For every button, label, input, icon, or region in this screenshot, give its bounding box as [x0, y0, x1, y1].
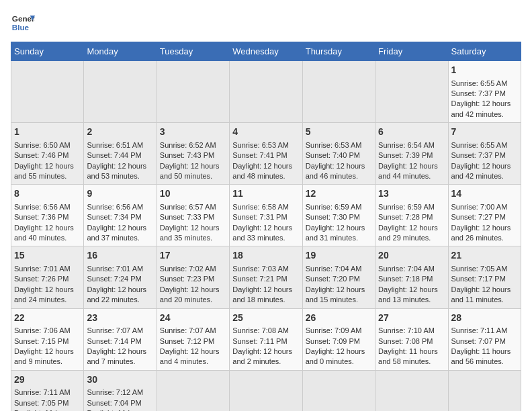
- column-header-saturday: Saturday: [448, 42, 521, 61]
- day-number: 16: [87, 249, 153, 263]
- day-number: 28: [451, 312, 518, 325]
- calendar-cell: 1Sunrise: 6:50 AMSunset: 7:46 PMDaylight…: [11, 123, 84, 185]
- sunset: Sunset: 7:40 PM: [306, 151, 360, 159]
- calendar-cell: 14Sunrise: 7:00 AMSunset: 7:27 PMDayligh…: [448, 185, 521, 246]
- daylight-label: Daylight: 12 hours and 4 minutes.: [160, 347, 220, 365]
- daylight-label: Daylight: 12 hours and 37 minutes.: [87, 224, 146, 242]
- sunset: Sunset: 7:27 PM: [451, 213, 506, 221]
- logo-icon: General Blue: [11, 11, 35, 35]
- calendar-cell: 5Sunrise: 6:53 AMSunset: 7:40 PMDaylight…: [302, 123, 375, 185]
- calendar-week-1: 1Sunrise: 6:50 AMSunset: 7:46 PMDaylight…: [11, 123, 521, 185]
- calendar-cell: 21Sunrise: 7:05 AMSunset: 7:17 PMDayligh…: [448, 246, 521, 308]
- sunrise: Sunrise: 6:57 AM: [160, 203, 216, 211]
- header-row: SundayMondayTuesdayWednesdayThursdayFrid…: [11, 42, 521, 61]
- calendar-cell: [302, 370, 375, 411]
- svg-text:General: General: [12, 14, 35, 23]
- sunset: Sunset: 7:37 PM: [451, 151, 506, 159]
- day-number: 4: [232, 126, 299, 139]
- sunset: Sunset: 7:14 PM: [87, 337, 141, 345]
- daylight-label: Daylight: 12 hours and 15 minutes.: [306, 285, 365, 304]
- calendar-cell: [230, 370, 302, 411]
- daylight-label: Daylight: 12 hours and 26 minutes.: [451, 224, 511, 242]
- calendar-cell: 2Sunrise: 6:51 AMSunset: 7:44 PMDaylight…: [84, 123, 157, 185]
- day-number: 22: [14, 312, 81, 325]
- calendar-cell: 16Sunrise: 7:01 AMSunset: 7:24 PMDayligh…: [84, 246, 157, 308]
- calendar-table: SundayMondayTuesdayWednesdayThursdayFrid…: [11, 42, 521, 411]
- column-header-friday: Friday: [375, 42, 448, 61]
- sunrise: Sunrise: 6:51 AM: [87, 141, 143, 149]
- svg-text:Blue: Blue: [12, 23, 30, 32]
- sunrise: Sunrise: 6:54 AM: [378, 141, 435, 149]
- daylight-label: Daylight: 12 hours and 24 minutes.: [14, 285, 74, 304]
- sunrise: Sunrise: 6:52 AM: [160, 141, 216, 149]
- calendar-cell: 18Sunrise: 7:03 AMSunset: 7:21 PMDayligh…: [230, 246, 302, 308]
- sunset: Sunset: 7:36 PM: [14, 213, 69, 221]
- sunrise: Sunrise: 6:53 AM: [232, 141, 289, 149]
- daylight-label: Daylight: 12 hours and 53 minutes.: [87, 162, 146, 180]
- sunset: Sunset: 7:05 PM: [14, 399, 69, 407]
- day-number: 20: [378, 249, 445, 263]
- daylight-label: Daylight: 12 hours and 13 minutes.: [378, 285, 438, 304]
- day-number: 11: [232, 187, 299, 201]
- sunset: Sunset: 7:46 PM: [14, 151, 69, 159]
- sunset: Sunset: 7:20 PM: [306, 275, 360, 283]
- sunset: Sunset: 7:24 PM: [87, 275, 141, 283]
- day-number: 13: [378, 187, 445, 201]
- sunset: Sunset: 7:11 PM: [232, 337, 287, 345]
- calendar-cell: 10Sunrise: 6:57 AMSunset: 7:33 PMDayligh…: [157, 185, 229, 246]
- calendar-cell: 1Sunrise: 6:55 AMSunset: 7:37 PMDaylight…: [448, 61, 521, 123]
- sunset: Sunset: 7:09 PM: [306, 337, 360, 345]
- calendar-cell: 17Sunrise: 7:02 AMSunset: 7:23 PMDayligh…: [157, 246, 229, 308]
- daylight-label: Daylight: 12 hours and 42 minutes.: [451, 162, 511, 180]
- calendar-cell: 27Sunrise: 7:10 AMSunset: 7:08 PMDayligh…: [375, 308, 448, 370]
- daylight-label: Daylight: 12 hours and 46 minutes.: [306, 162, 365, 180]
- day-number: 7: [451, 126, 518, 139]
- calendar-cell: 8Sunrise: 6:56 AMSunset: 7:36 PMDaylight…: [11, 185, 84, 246]
- calendar-cell: 12Sunrise: 6:59 AMSunset: 7:30 PMDayligh…: [302, 185, 375, 246]
- calendar-cell: 11Sunrise: 6:58 AMSunset: 7:31 PMDayligh…: [230, 185, 302, 246]
- calendar-cell: 6Sunrise: 6:54 AMSunset: 7:39 PMDaylight…: [375, 123, 448, 185]
- daylight-label: Daylight: 12 hours and 20 minutes.: [160, 285, 220, 304]
- sunrise: Sunrise: 6:59 AM: [306, 203, 362, 211]
- sunset: Sunset: 7:21 PM: [232, 275, 287, 283]
- daylight-label: Daylight: 11 hours and 58 minutes.: [378, 347, 438, 365]
- day-number: 8: [14, 187, 81, 201]
- daylight-label: Daylight: 12 hours and 35 minutes.: [160, 224, 220, 242]
- sunset: Sunset: 7:28 PM: [378, 213, 433, 221]
- sunrise: Sunrise: 6:50 AM: [14, 141, 71, 149]
- calendar-cell: 22Sunrise: 7:06 AMSunset: 7:15 PMDayligh…: [11, 308, 84, 370]
- column-header-tuesday: Tuesday: [157, 42, 229, 61]
- day-number: 2: [87, 126, 153, 139]
- day-number: 1: [14, 126, 81, 139]
- day-number: 5: [306, 126, 372, 139]
- sunset: Sunset: 7:34 PM: [87, 213, 141, 221]
- calendar-cell: 7Sunrise: 6:55 AMSunset: 7:37 PMDaylight…: [448, 123, 521, 185]
- sunrise: Sunrise: 6:55 AM: [451, 79, 508, 87]
- sunrise: Sunrise: 7:12 AM: [87, 388, 143, 396]
- calendar-cell: 24Sunrise: 7:07 AMSunset: 7:12 PMDayligh…: [157, 308, 229, 370]
- logo: General Blue: [11, 11, 35, 35]
- sunset: Sunset: 7:12 PM: [160, 337, 214, 345]
- daylight-label: Daylight: 12 hours and 40 minutes.: [14, 224, 74, 242]
- sunrise: Sunrise: 6:56 AM: [87, 203, 143, 211]
- daylight-label: Daylight: 12 hours and 11 minutes.: [451, 285, 511, 304]
- calendar-cell: 13Sunrise: 6:59 AMSunset: 7:28 PMDayligh…: [375, 185, 448, 246]
- day-number: 25: [232, 312, 299, 325]
- day-number: 9: [87, 187, 153, 201]
- sunset: Sunset: 7:07 PM: [451, 337, 506, 345]
- daylight-label: Daylight: 12 hours and 42 minutes.: [451, 99, 511, 118]
- calendar-cell: 30Sunrise: 7:12 AMSunset: 7:04 PMDayligh…: [84, 370, 157, 411]
- calendar-cell: [375, 61, 448, 123]
- sunrise: Sunrise: 6:59 AM: [378, 203, 435, 211]
- day-number: 15: [14, 249, 81, 263]
- calendar-week-5: 29Sunrise: 7:11 AMSunset: 7:05 PMDayligh…: [11, 370, 521, 411]
- calendar-cell: [375, 370, 448, 411]
- daylight-label: Daylight: 12 hours and 29 minutes.: [378, 224, 438, 242]
- sunrise: Sunrise: 7:02 AM: [160, 265, 216, 273]
- column-header-monday: Monday: [84, 42, 157, 61]
- calendar-cell: [448, 370, 521, 411]
- column-header-wednesday: Wednesday: [230, 42, 302, 61]
- daylight-label: Daylight: 12 hours and 18 minutes.: [232, 285, 292, 304]
- calendar-week-4: 22Sunrise: 7:06 AMSunset: 7:15 PMDayligh…: [11, 308, 521, 370]
- column-header-thursday: Thursday: [302, 42, 375, 61]
